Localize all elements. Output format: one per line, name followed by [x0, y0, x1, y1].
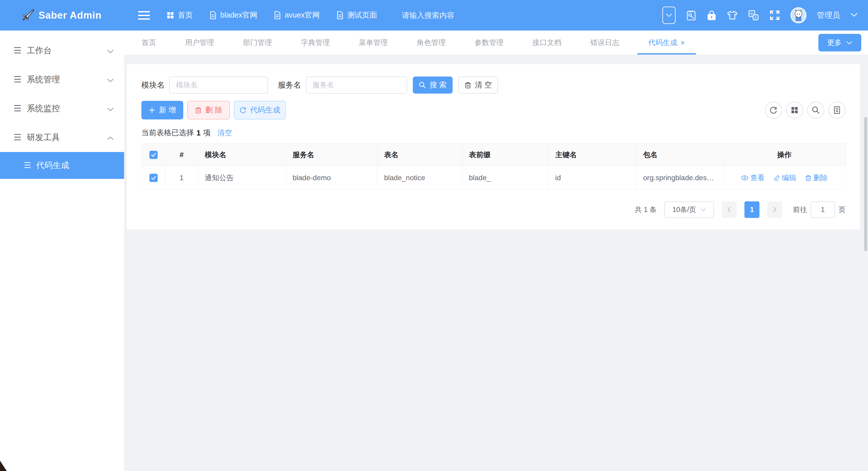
- chevron-right-icon: [773, 207, 777, 213]
- sidebar: Saber Admin 工作台 系统管理 系统监控 研发工具: [0, 0, 124, 471]
- column-header-ops: 操作: [723, 144, 846, 166]
- selection-clear-link[interactable]: 清空: [217, 128, 232, 138]
- app-title: Saber Admin: [38, 10, 101, 21]
- list-icon: [12, 105, 21, 113]
- refresh-button[interactable]: [765, 102, 782, 119]
- table-header-row: # 模块名 服务名 表名 表前缀 主键名 包名 操作: [142, 144, 846, 166]
- topnav-item-avuex-site[interactable]: avuex官网: [274, 10, 319, 21]
- tabs-more-button[interactable]: 更多: [818, 34, 861, 52]
- global-search-input[interactable]: [402, 11, 513, 20]
- search-icon: [419, 82, 426, 89]
- cell-pk: id: [549, 166, 637, 189]
- tab-item[interactable]: 用户管理: [170, 31, 228, 55]
- topnav-item-home[interactable]: 首页: [166, 10, 193, 21]
- pencil-icon: [774, 175, 780, 181]
- list-icon: [12, 76, 21, 84]
- add-button[interactable]: 新 增: [142, 101, 183, 119]
- document-icon: [336, 11, 344, 20]
- view-link[interactable]: 查看: [741, 173, 765, 183]
- main-area: 首页 bladex官网 avuex官网 测试页面: [124, 0, 868, 471]
- user-menu-chevron-icon[interactable]: [850, 12, 858, 18]
- table-toolbar: [765, 102, 845, 119]
- global-search: [402, 11, 513, 20]
- sidebar-item-system-monitor[interactable]: 系统监控: [0, 94, 124, 123]
- tab-item[interactable]: 接口文档: [518, 31, 576, 55]
- goto-page: 前往 页: [793, 201, 845, 218]
- topnav-item-test-page[interactable]: 测试页面: [336, 10, 377, 21]
- corner-decoration: [0, 461, 7, 471]
- app-logo: Saber Admin: [0, 0, 124, 31]
- module-name-input[interactable]: [169, 76, 268, 94]
- tab-item[interactable]: 错误日志: [576, 31, 634, 55]
- select-all-checkbox[interactable]: [149, 151, 158, 159]
- search-button[interactable]: 搜 索: [413, 76, 453, 94]
- debug-tools-button[interactable]: [686, 9, 696, 21]
- user-name[interactable]: 管理员: [817, 10, 840, 21]
- sidebar-item-dev-tools[interactable]: 研发工具: [0, 123, 124, 152]
- page-number-1[interactable]: 1: [744, 201, 760, 218]
- lock-icon: [707, 10, 716, 21]
- tab-item[interactable]: 角色管理: [402, 31, 460, 55]
- action-row: 新 增 删 除 代码生成: [142, 101, 845, 119]
- sidebar-menu: 工作台 系统管理 系统监控 研发工具 代码生成: [0, 31, 124, 471]
- prev-page-button[interactable]: [722, 201, 737, 218]
- sidebar-item-workbench[interactable]: 工作台: [0, 36, 124, 65]
- chevron-down-icon: [107, 46, 114, 56]
- tab-item[interactable]: 参数管理: [460, 31, 518, 55]
- document-lines-icon: [833, 106, 841, 114]
- column-settings-button[interactable]: [786, 102, 803, 119]
- row-checkbox[interactable]: [149, 174, 158, 182]
- log-view-button[interactable]: [829, 102, 845, 119]
- page-size-select[interactable]: 10条/页: [664, 201, 714, 218]
- collapse-sidebar-button[interactable]: [138, 11, 150, 20]
- service-name-input[interactable]: [306, 76, 407, 94]
- tab-item-active[interactable]: 代码生成 ×: [634, 31, 700, 55]
- app-root: Saber Admin 工作台 系统管理 系统监控 研发工具: [0, 0, 868, 471]
- chevron-down-icon: [701, 208, 706, 212]
- sidebar-item-label: 工作台: [27, 45, 52, 56]
- tab-item[interactable]: 部门管理: [228, 31, 286, 55]
- next-page-button[interactable]: [767, 201, 782, 218]
- selection-info: 当前表格已选择 1 项 清空: [142, 128, 845, 138]
- sidebar-item-label: 系统管理: [27, 74, 60, 85]
- user-avatar[interactable]: [790, 7, 806, 23]
- cell-table: blade_notice: [377, 166, 462, 189]
- trash-icon: [805, 175, 811, 181]
- topnav-label: 首页: [178, 10, 193, 21]
- topnav-item-bladex-site[interactable]: bladex官网: [209, 10, 257, 21]
- page-unit-label: 页: [839, 205, 845, 214]
- theme-button[interactable]: [727, 10, 738, 21]
- filter-row: 模块名 服务名 搜 索 清 空: [142, 76, 845, 94]
- search-icon: [812, 106, 820, 114]
- language-button[interactable]: 中 A: [748, 10, 759, 21]
- scrollbar-thumb[interactable]: [864, 117, 867, 251]
- sword-logo-icon: [23, 9, 34, 22]
- eye-icon: [741, 175, 748, 181]
- table-row[interactable]: 1 通知公告 blade-demo blade_notice blade_ id…: [142, 166, 846, 189]
- goto-page-input[interactable]: [811, 201, 835, 218]
- code-generate-button[interactable]: 代码生成: [234, 101, 286, 119]
- sidebar-item-system-mgmt[interactable]: 系统管理: [0, 65, 124, 94]
- document-icon: [209, 11, 217, 20]
- tshirt-icon: [727, 10, 738, 21]
- clipboard-wrench-icon: [686, 9, 696, 21]
- trash-icon: [465, 82, 471, 89]
- edit-link[interactable]: 编辑: [774, 173, 797, 183]
- selection-prefix: 当前表格已选择: [142, 128, 194, 138]
- tab-item[interactable]: 字典管理: [286, 31, 344, 55]
- sidebar-item-code-generation[interactable]: 代码生成: [0, 152, 124, 179]
- clear-filters-button[interactable]: 清 空: [458, 76, 498, 94]
- tab-item[interactable]: 菜单管理: [344, 31, 402, 55]
- delete-link[interactable]: 删除: [805, 173, 828, 183]
- crud-card: 模块名 服务名 搜 索 清 空: [127, 64, 860, 229]
- fullscreen-button[interactable]: [769, 10, 780, 21]
- collapse-panel-button[interactable]: [662, 6, 676, 24]
- delete-button[interactable]: 删 除: [187, 101, 230, 119]
- tab-close-icon[interactable]: ×: [680, 39, 685, 46]
- chevron-down-icon: [107, 104, 114, 114]
- tab-item[interactable]: 首页: [127, 31, 170, 55]
- lock-screen-button[interactable]: [707, 10, 716, 21]
- search-toggle-button[interactable]: [807, 102, 824, 119]
- column-header-table: 表名: [377, 144, 462, 166]
- chevron-down-icon: [107, 75, 114, 85]
